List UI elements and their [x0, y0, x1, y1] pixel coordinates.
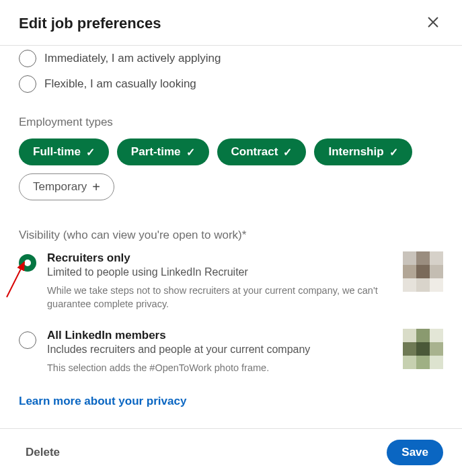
chip-label: Internship [328, 145, 383, 159]
employment-types-title: Employment types [19, 116, 443, 129]
modal-title: Edit job preferences [19, 15, 161, 32]
start-date-option-immediate[interactable]: Immediately, I am actively applying [19, 46, 443, 71]
visibility-note: This selection adds the #OpenToWork phot… [47, 361, 392, 374]
visibility-sub: Limited to people using LinkedIn Recruit… [47, 266, 392, 278]
chip-internship[interactable]: Internship ✓ [314, 138, 412, 165]
employment-types-chips: Full-time ✓ Part-time ✓ Contract ✓ Inter… [19, 138, 443, 200]
visibility-heading: Recruiters only [47, 251, 392, 265]
close-icon [426, 15, 440, 30]
chip-contract[interactable]: Contract ✓ [217, 138, 307, 165]
visibility-heading: All LinkedIn members [47, 329, 392, 342]
visibility-title: Visibility (who can view you're open to … [19, 229, 443, 242]
avatar-thumbnail [403, 329, 443, 369]
chip-temporary[interactable]: Temporary + [19, 173, 114, 200]
start-date-option-flexible[interactable]: Flexible, I am casually looking [19, 71, 443, 97]
check-icon: ✓ [186, 146, 195, 159]
chip-label: Part-time [131, 145, 181, 159]
chip-part-time[interactable]: Part-time ✓ [117, 138, 209, 165]
privacy-link[interactable]: Learn more about your privacy [19, 395, 186, 408]
radio-icon [19, 331, 36, 349]
visibility-sub: Includes recruiters and people at your c… [47, 344, 392, 356]
plus-icon: + [92, 180, 100, 194]
modal-footer: Delete Save [0, 428, 462, 476]
check-icon: ✓ [86, 146, 95, 159]
radio-icon-selected [19, 254, 36, 272]
chip-label: Contract [231, 145, 278, 159]
delete-button[interactable]: Delete [19, 442, 67, 463]
visibility-option-recruiters-only[interactable]: Recruiters only Limited to people using … [19, 251, 443, 311]
radio-label: Immediately, I am actively applying [44, 52, 221, 65]
radio-icon [19, 75, 36, 93]
save-button[interactable]: Save [387, 440, 443, 465]
chip-full-time[interactable]: Full-time ✓ [19, 138, 109, 165]
check-icon: ✓ [283, 146, 292, 159]
close-button[interactable] [423, 12, 443, 34]
visibility-note: While we take steps not to show recruite… [47, 284, 392, 311]
modal-body[interactable]: Immediately, I am actively applying Flex… [0, 46, 462, 428]
radio-label: Flexible, I am casually looking [44, 77, 196, 91]
visibility-option-all-members[interactable]: All LinkedIn members Includes recruiters… [19, 329, 443, 374]
chip-label: Full-time [33, 145, 81, 159]
modal-header: Edit job preferences [0, 0, 462, 46]
check-icon: ✓ [389, 146, 398, 159]
radio-icon [19, 50, 36, 67]
avatar-thumbnail [403, 251, 443, 292]
chip-label: Temporary [33, 180, 87, 194]
